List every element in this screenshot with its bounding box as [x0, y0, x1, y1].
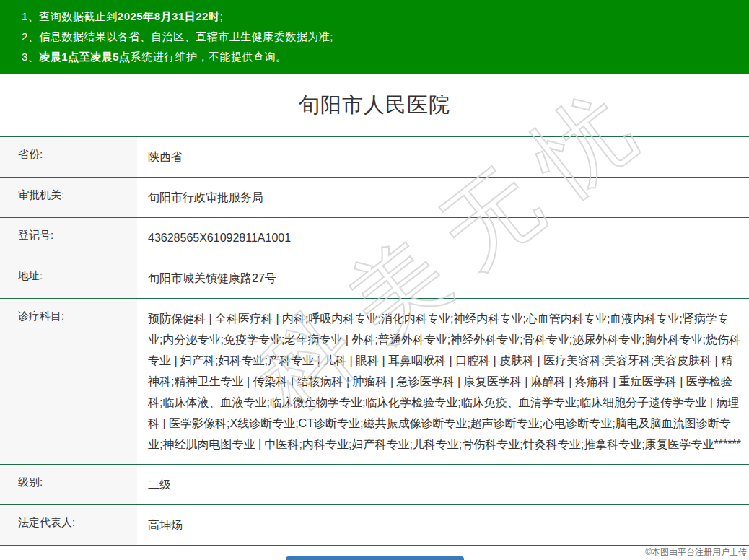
row-label: 法定代表人: [0, 505, 137, 545]
notice-number: 3、 [22, 51, 39, 63]
notice-number: 1、 [22, 10, 39, 22]
notice-bar: 1、查询数据截止到2025年8月31日22时; 2、信息数据结果以各省、自治区、… [0, 0, 749, 74]
notice-item-3: 3、凌晨1点至凌晨5点系统进行维护，不能提供查询。 [0, 47, 749, 67]
row-label: 诊疗科目: [0, 299, 137, 464]
table-row-province: 省份: 陕西省 [0, 137, 749, 178]
table-row-registration-number: 登记号: 43628565X61092811A1001 [0, 218, 749, 258]
row-value: 高坤炀 [137, 505, 749, 545]
table-row-legal-representative: 法定代表人: 高坤炀 [0, 505, 749, 545]
table-row-address: 地址: 旬阳市城关镇健康路27号 [0, 258, 749, 299]
row-label: 地址: [0, 258, 137, 298]
row-value: 预防保健科 | 全科医疗科 | 内科;呼吸内科专业;消化内科专业;神经内科专业;… [137, 299, 749, 464]
row-value: 旬阳市行政审批服务局 [137, 178, 749, 217]
row-value: 二级 [137, 465, 749, 504]
row-label: 省份: [0, 137, 137, 177]
table-row-approval-authority: 审批机关: 旬阳市行政审批服务局 [0, 178, 749, 218]
row-label: 审批机关: [0, 178, 137, 217]
notice-item-1: 1、查询数据截止到2025年8月31日22时; [0, 6, 749, 27]
notice-item-2: 2、信息数据结果以各省、自治区、直辖市卫生健康委数据为准; [0, 27, 749, 47]
row-value: 旬阳市城关镇健康路27号 [137, 258, 749, 298]
table-row-medical-subjects: 诊疗科目: 预防保健科 | 全科医疗科 | 内科;呼吸内科专业;消化内科专业;神… [0, 299, 749, 465]
row-value: 陕西省 [137, 137, 749, 177]
notice-text: 信息数据结果以各省、自治区、直辖市卫生健康委数据为准; [39, 30, 333, 43]
notice-number: 2、 [22, 30, 39, 43]
row-value: 43628565X61092811A1001 [137, 218, 749, 258]
notice-text: 系统进行维护，不能提供查询。 [131, 51, 287, 63]
notice-text-bold: 2025年8月31日22时 [118, 10, 220, 22]
page-title: 旬阳市人民医院 [299, 91, 450, 120]
notice-text-bold: 凌晨1点至凌晨5点 [39, 51, 130, 63]
button-row: 〖关闭窗口〗 [0, 556, 749, 560]
hospital-info-table: 省份: 陕西省 审批机关: 旬阳市行政审批服务局 登记号: 43628565X6… [0, 136, 749, 546]
notice-text: 查询数据截止到 [39, 10, 118, 22]
table-row-level: 级别: 二级 [0, 465, 749, 505]
row-label: 级别: [0, 465, 137, 504]
upload-attribution-note: ©本图由平台注册用户上传 [645, 546, 747, 559]
title-wrap: 旬阳市人民医院 [0, 74, 749, 136]
notice-text: ; [219, 10, 223, 22]
close-window-button[interactable]: 〖关闭窗口〗 [286, 556, 464, 560]
row-label: 登记号: [0, 218, 137, 258]
